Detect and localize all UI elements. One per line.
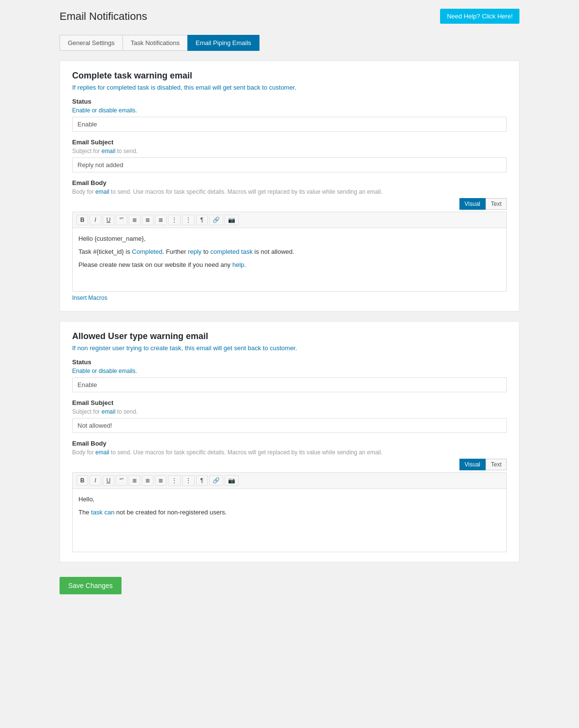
bold-btn-1[interactable]: B [76, 215, 88, 225]
editor-toolbar-2: B I U “” ≣ ≣ ≣ ⋮ ⋮ ¶ 🔗 📷 [73, 473, 506, 489]
section-allowed-user-subtitle: If non register user trying to create ta… [72, 344, 507, 352]
align-left-btn-2[interactable]: ≣ [129, 475, 140, 486]
link-btn-1[interactable]: 🔗 [209, 215, 223, 225]
align-center-btn-1[interactable]: ≣ [142, 215, 153, 225]
form-actions: Save Changes [60, 572, 519, 594]
status-hint-1: Enable or disable emails. [72, 107, 507, 114]
status-hint-2: Enable or disable emails. [72, 368, 507, 374]
text-btn-2[interactable]: Text [486, 459, 507, 470]
editor-wrapper-1: B I U “” ≣ ≣ ≣ ⋮ ⋮ ¶ 🔗 📷 Hello {customer… [72, 212, 507, 292]
italic-btn-1[interactable]: I [90, 215, 101, 225]
unordered-list-btn-1[interactable]: ⋮ [168, 215, 181, 225]
paragraph-btn-2[interactable]: ¶ [196, 475, 208, 486]
email-link-2[interactable]: email [102, 408, 116, 415]
section-allowed-user-title: Allowed User type warning email [72, 331, 507, 341]
bold-btn-2[interactable]: B [76, 475, 88, 486]
align-left-btn-1[interactable]: ≣ [129, 215, 140, 225]
editor-content-2[interactable]: Hello, The task can not be created for n… [73, 489, 506, 552]
quote-btn-1[interactable]: “” [116, 215, 127, 225]
visual-btn-1[interactable]: Visual [459, 198, 486, 210]
subject-label-2: Email Subject [72, 399, 507, 406]
status-label-2: Status [72, 358, 507, 366]
email-link-body-2[interactable]: email [95, 449, 109, 456]
link-btn-2[interactable]: 🔗 [209, 475, 223, 486]
editor-content-1[interactable]: Hello {customer_name}, Task #{ticket_id}… [73, 228, 506, 291]
italic-btn-2[interactable]: I [90, 475, 101, 486]
ordered-list-btn-1[interactable]: ⋮ [182, 215, 195, 225]
email-link-body-1[interactable]: email [95, 188, 109, 195]
email-link-1[interactable]: email [102, 148, 116, 155]
image-btn-1[interactable]: 📷 [225, 215, 239, 225]
body-hint-2: Body for email to send. Use macros for t… [72, 449, 507, 456]
tabs-nav: General Settings Task Notifications Emai… [60, 35, 519, 51]
underline-btn-1[interactable]: U [103, 215, 114, 225]
subject-hint-1: Subject for email to send. [72, 148, 507, 155]
subject-hint-2: Subject for email to send. [72, 408, 507, 415]
page-title: Email Notifications [60, 10, 147, 23]
editor-line-2-1: Hello, [78, 495, 501, 505]
body-label-1: Email Body [72, 179, 507, 186]
visual-btn-2[interactable]: Visual [459, 459, 486, 470]
align-right-btn-2[interactable]: ≣ [155, 475, 167, 486]
text-btn-1[interactable]: Text [486, 198, 507, 210]
paragraph-btn-1[interactable]: ¶ [196, 215, 208, 225]
subject-input-2[interactable] [72, 418, 507, 433]
section-complete-task-subtitle: If replies for completed task is disable… [72, 84, 507, 91]
editor-toggle-2: Visual Text [72, 459, 507, 470]
editor-toggle-1: Visual Text [72, 198, 507, 210]
section-complete-task-title: Complete task warning email [72, 71, 507, 81]
editor-toolbar-1: B I U “” ≣ ≣ ≣ ⋮ ⋮ ¶ 🔗 📷 [73, 212, 506, 228]
editor-line-1-1: Hello {customer_name}, [78, 234, 501, 244]
underline-btn-2[interactable]: U [103, 475, 114, 486]
tab-task-notifications[interactable]: Task Notifications [122, 35, 187, 51]
editor-wrapper-2: B I U “” ≣ ≣ ≣ ⋮ ⋮ ¶ 🔗 📷 Hello, The task… [72, 472, 507, 552]
align-right-btn-1[interactable]: ≣ [155, 215, 167, 225]
section-allowed-user: Allowed User type warning email If non r… [60, 321, 519, 562]
subject-input-1[interactable] [72, 157, 507, 172]
status-input-2[interactable] [72, 377, 507, 392]
status-label-1: Status [72, 98, 507, 105]
body-hint-1: Body for email to send. Use macros for t… [72, 188, 507, 195]
unordered-list-btn-2[interactable]: ⋮ [168, 475, 181, 486]
help-button[interactable]: Need Help? Click Here! [440, 9, 519, 24]
editor-line-1-3: Please create new task on our website if… [78, 260, 501, 270]
tab-general-settings[interactable]: General Settings [60, 35, 122, 51]
status-input-1[interactable] [72, 117, 507, 132]
tab-email-piping[interactable]: Email Piping Emails [187, 35, 259, 51]
save-changes-button[interactable]: Save Changes [60, 577, 122, 594]
editor-line-1-2: Task #{ticket_id} is Completed. Further … [78, 247, 501, 257]
subject-label-1: Email Subject [72, 139, 507, 146]
align-center-btn-2[interactable]: ≣ [142, 475, 153, 486]
editor-line-2-2: The task can not be created for non-regi… [78, 508, 501, 518]
ordered-list-btn-2[interactable]: ⋮ [182, 475, 195, 486]
page-header: Email Notifications Need Help? Click Her… [60, 5, 519, 28]
insert-macros-1[interactable]: Insert Macros [72, 294, 507, 301]
image-btn-2[interactable]: 📷 [225, 475, 239, 486]
quote-btn-2[interactable]: “” [116, 475, 127, 486]
body-label-2: Email Body [72, 440, 507, 447]
section-complete-task: Complete task warning email If replies f… [60, 61, 519, 311]
